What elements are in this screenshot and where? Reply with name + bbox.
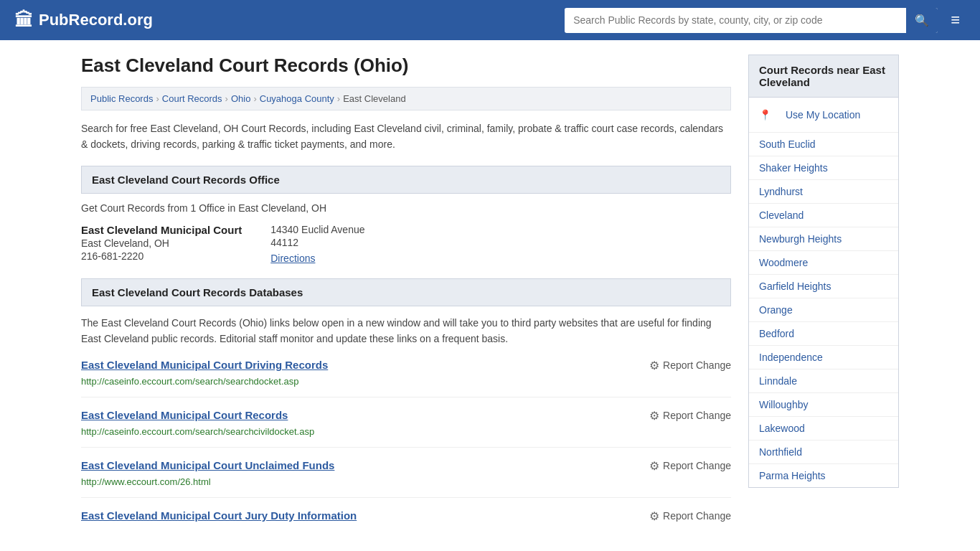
sidebar-link-cleveland[interactable]: Cleveland: [749, 204, 898, 227]
office-phone: 216-681-2220: [81, 250, 242, 262]
search-input[interactable]: [565, 9, 906, 32]
db-url-records[interactable]: http://caseinfo.eccourt.com/search/searc…: [81, 426, 314, 437]
use-location-link[interactable]: Use My Location: [776, 103, 870, 126]
breadcrumb-sep-3: ›: [253, 93, 256, 104]
sidebar-link-independence[interactable]: Independence: [749, 346, 898, 369]
office-right: 14340 Euclid Avenue 44112 Directions: [270, 224, 364, 264]
list-item: Parma Heights: [749, 464, 898, 487]
directions-link[interactable]: Directions: [270, 253, 315, 264]
db-entry-records: East Cleveland Municipal Court Records ⚙…: [81, 409, 731, 448]
list-item: Independence: [749, 346, 898, 369]
list-item: Bedford: [749, 322, 898, 346]
db-link-driving[interactable]: East Cleveland Municipal Court Driving R…: [81, 359, 328, 371]
office-row: East Cleveland Municipal Court East Clev…: [81, 224, 731, 264]
breadcrumb-public-records[interactable]: Public Records: [90, 93, 153, 104]
sidebar-link-woodmere[interactable]: Woodmere: [749, 251, 898, 274]
breadcrumb: Public Records › Court Records › Ohio › …: [81, 87, 731, 110]
office-address: 14340 Euclid Avenue: [270, 224, 364, 235]
report-change-label-records: Report Change: [663, 410, 731, 421]
main-container: East Cleveland Court Records (Ohio) Publ…: [67, 40, 913, 551]
office-section: East Cleveland Court Records Office Get …: [81, 166, 731, 264]
office-city: East Cleveland, OH: [81, 237, 242, 249]
site-header: 🏛 PubRecord.org 🔍 ≡: [0, 0, 980, 40]
list-item: Garfield Heights: [749, 275, 898, 298]
sidebar-link-bedford[interactable]: Bedford: [749, 322, 898, 345]
sidebar-link-orange[interactable]: Orange: [749, 298, 898, 321]
sidebar-link-northfield[interactable]: Northfield: [749, 441, 898, 463]
databases-section: East Cleveland Court Records Databases T…: [81, 278, 731, 536]
list-item: Orange: [749, 298, 898, 322]
search-icon: 🔍: [915, 14, 929, 27]
db-link-jury[interactable]: East Cleveland Municipal Court Jury Duty…: [81, 509, 357, 522]
db-entry-top-jury: East Cleveland Municipal Court Jury Duty…: [81, 509, 731, 523]
list-item: Shaker Heights: [749, 156, 898, 180]
databases-section-header: East Cleveland Court Records Databases: [81, 278, 731, 306]
breadcrumb-cuyahoga[interactable]: Cuyahoga County: [260, 93, 334, 104]
report-icon-records: ⚙: [649, 409, 659, 423]
list-item: Northfield: [749, 441, 898, 464]
db-entry-top-records: East Cleveland Municipal Court Records ⚙…: [81, 409, 731, 423]
list-item: Lyndhurst: [749, 180, 898, 204]
office-left: East Cleveland Municipal Court East Clev…: [81, 224, 242, 264]
report-change-label-unclaimed: Report Change: [663, 460, 731, 471]
db-link-records[interactable]: East Cleveland Municipal Court Records: [81, 409, 288, 421]
breadcrumb-sep-2: ›: [225, 93, 228, 104]
list-item: Willoughby: [749, 393, 898, 417]
list-item: Lakewood: [749, 417, 898, 441]
sidebar-link-lyndhurst[interactable]: Lyndhurst: [749, 180, 898, 203]
report-change-records[interactable]: ⚙ Report Change: [649, 409, 731, 423]
sidebar-link-south-euclid[interactable]: South Euclid: [749, 133, 898, 156]
sidebar-link-lakewood[interactable]: Lakewood: [749, 417, 898, 440]
header-right: 🔍 ≡: [565, 8, 966, 33]
use-location-item: 📍 Use My Location: [749, 98, 898, 133]
breadcrumb-ohio[interactable]: Ohio: [231, 93, 250, 104]
list-item: South Euclid: [749, 133, 898, 156]
office-name: East Cleveland Municipal Court: [81, 224, 242, 236]
db-entry-jury: East Cleveland Municipal Court Jury Duty…: [81, 509, 731, 536]
logo-icon: 🏛: [14, 9, 33, 32]
office-zip: 44112: [270, 237, 364, 248]
databases-description: The East Cleveland Court Records (Ohio) …: [81, 315, 731, 347]
content-area: East Cleveland Court Records (Ohio) Publ…: [81, 55, 731, 550]
db-link-unclaimed[interactable]: East Cleveland Municipal Court Unclaimed…: [81, 459, 334, 471]
sidebar-list: 📍 Use My Location South Euclid Shaker He…: [748, 98, 899, 488]
hamburger-icon: ≡: [951, 11, 960, 29]
sidebar-link-garfield-heights[interactable]: Garfield Heights: [749, 275, 898, 298]
list-item: Newburgh Heights: [749, 227, 898, 251]
sidebar-link-linndale[interactable]: Linndale: [749, 369, 898, 392]
list-item: Woodmere: [749, 251, 898, 275]
breadcrumb-sep-1: ›: [156, 93, 159, 104]
sidebar-link-parma-heights[interactable]: Parma Heights: [749, 464, 898, 487]
report-change-driving[interactable]: ⚙ Report Change: [649, 359, 731, 372]
menu-button[interactable]: ≡: [945, 8, 966, 32]
db-entry-driving: East Cleveland Municipal Court Driving R…: [81, 359, 731, 397]
db-entry-top-unclaimed: East Cleveland Municipal Court Unclaimed…: [81, 459, 731, 473]
report-icon-jury: ⚙: [649, 509, 659, 523]
breadcrumb-sep-4: ›: [337, 93, 340, 104]
office-entry: East Cleveland Municipal Court East Clev…: [81, 224, 731, 264]
report-change-jury[interactable]: ⚙ Report Change: [649, 509, 731, 523]
report-icon-unclaimed: ⚙: [649, 459, 659, 473]
office-count: Get Court Records from 1 Office in East …: [81, 202, 731, 214]
report-change-label-driving: Report Change: [663, 359, 731, 371]
list-item: Linndale: [749, 369, 898, 393]
breadcrumb-east-cleveland: East Cleveland: [343, 93, 405, 104]
db-entry-top-driving: East Cleveland Municipal Court Driving R…: [81, 359, 731, 372]
sidebar-link-shaker-heights[interactable]: Shaker Heights: [749, 156, 898, 179]
list-item: Cleveland: [749, 204, 898, 227]
search-button[interactable]: 🔍: [906, 8, 938, 33]
db-url-driving[interactable]: http://caseinfo.eccourt.com/search/searc…: [81, 376, 299, 387]
sidebar: Court Records near East Cleveland 📍 Use …: [748, 55, 899, 550]
search-bar: 🔍: [565, 8, 938, 33]
page-description: Search for free East Cleveland, OH Court…: [81, 121, 731, 153]
page-title: East Cleveland Court Records (Ohio): [81, 55, 731, 77]
sidebar-header: Court Records near East Cleveland: [748, 55, 899, 98]
office-section-header: East Cleveland Court Records Office: [81, 166, 731, 194]
site-logo[interactable]: 🏛 PubRecord.org: [14, 9, 153, 32]
db-entry-unclaimed: East Cleveland Municipal Court Unclaimed…: [81, 459, 731, 498]
breadcrumb-court-records[interactable]: Court Records: [162, 93, 222, 104]
report-change-unclaimed[interactable]: ⚙ Report Change: [649, 459, 731, 473]
sidebar-link-willoughby[interactable]: Willoughby: [749, 393, 898, 416]
sidebar-link-newburgh-heights[interactable]: Newburgh Heights: [749, 227, 898, 250]
db-url-unclaimed[interactable]: http://www.eccourt.com/26.html: [81, 476, 211, 487]
